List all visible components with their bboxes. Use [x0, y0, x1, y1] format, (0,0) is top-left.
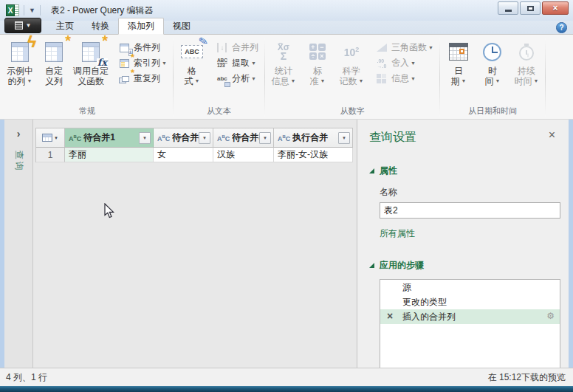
text-type-icon: ABC	[217, 134, 230, 142]
file-menu-button[interactable]: ▼	[4, 18, 41, 33]
file-menu-icon	[15, 21, 23, 30]
close-button[interactable]: ×	[542, 1, 569, 15]
tab-view[interactable]: 视图	[164, 18, 199, 34]
column-header-2[interactable]: ABC 待合并2 ▼	[154, 128, 213, 148]
text-type-icon: ABC	[157, 134, 170, 142]
delete-step-icon[interactable]: ×	[387, 310, 393, 322]
group-label-from-number: 从数字	[267, 106, 438, 119]
column-from-examples-button[interactable]: ϟ 示例中 的列▼	[3, 36, 37, 86]
dropdown-arrow-icon: ▼	[251, 76, 256, 81]
custom-column-icon: *	[41, 38, 67, 66]
time-button[interactable]: 时 间▼	[476, 36, 509, 86]
queries-pane-label[interactable]: 查询	[13, 151, 25, 173]
standard-icon: +−÷×	[304, 38, 331, 66]
text-type-icon: ABC	[69, 134, 81, 142]
invoke-custom-function-icon: *fx	[78, 38, 104, 66]
tab-add-column[interactable]: 添加列	[118, 18, 164, 35]
column-header-1[interactable]: ABC 待合并1 ▼	[65, 128, 154, 148]
trigonometry-button: 三角函数 ▼	[372, 40, 436, 55]
dropdown-arrow-icon: ▼	[27, 76, 32, 86]
maximize-button[interactable]	[520, 1, 541, 15]
applied-steps-list: 源 更改的类型 × 插入的合并列 ⚙	[380, 279, 560, 369]
step-settings-gear-icon[interactable]: ⚙	[546, 311, 555, 321]
grid-cell[interactable]: 女	[154, 148, 213, 162]
dropdown-arrow-icon: ▼	[461, 76, 466, 86]
dropdown-arrow-icon: ▼	[162, 61, 167, 66]
table-icon	[42, 134, 52, 142]
grid-data-row: 1 李丽 女 汉族 李丽-女-汉族	[36, 148, 353, 162]
row-number[interactable]: 1	[36, 148, 65, 162]
standard-button: +−÷× 标 准▼	[301, 36, 334, 86]
group-separator	[264, 38, 265, 117]
table-menu-button[interactable]: ▼	[36, 128, 65, 148]
extract-button[interactable]: ABC123 提取 ▼	[213, 55, 261, 71]
window-bottom-border	[0, 386, 573, 392]
parse-icon: abc	[216, 73, 229, 85]
invoke-custom-function-button[interactable]: *fx 调用自定 义函数	[71, 36, 111, 86]
index-column-button[interactable]: * 索引列 ▼	[114, 55, 170, 71]
collapse-triangle-icon	[369, 168, 374, 173]
minimize-button[interactable]	[498, 1, 518, 15]
dropdown-arrow-icon: ▼	[320, 76, 325, 86]
filter-button[interactable]: ▼	[338, 132, 350, 144]
mouse-cursor	[104, 203, 114, 219]
properties-section-header[interactable]: 属性	[369, 165, 555, 177]
ribbon-group-from-number: X̄σΣ 统计 信息▼ +−÷× 标 准▼ 102 科学 记数▼	[267, 36, 438, 119]
queries-pane-collapsed: › 查询	[4, 120, 33, 368]
grid-cell[interactable]: 李丽	[65, 148, 154, 162]
filter-button[interactable]: ▼	[139, 132, 151, 144]
applied-steps-section-header[interactable]: 应用的步骤	[369, 259, 555, 272]
merge-columns-button: ↓ 合并列	[213, 40, 261, 55]
divider	[24, 5, 24, 16]
statistics-icon: X̄σΣ	[270, 38, 297, 66]
trigonometry-icon	[375, 42, 388, 54]
ribbon-group-from-date-time: 日 期▼ 时 间▼ 持续 时间▼ 从日期和时间	[442, 36, 543, 119]
scientific-notation-button: 102 科学 记数▼	[334, 36, 368, 86]
conditional-column-button[interactable]: ± 条件列	[114, 40, 170, 55]
status-preview-time: 在 15:12下载的预览	[488, 371, 566, 384]
dropdown-arrow-icon: ▼	[194, 76, 199, 86]
column-header-3[interactable]: ABC 待合并3 ▼	[213, 128, 274, 148]
date-button[interactable]: 日 期▼	[442, 36, 476, 86]
dropdown-arrow-icon: ▼	[251, 61, 256, 66]
query-settings-panel: 查询设置 × 属性 名称 所有属性 应用的步骤 源 更改的类型 ×	[357, 120, 569, 368]
grid-cell[interactable]: 汉族	[213, 148, 274, 162]
grid-cell[interactable]: 李丽-女-汉族	[274, 148, 353, 162]
preview-grid: ▼ ABC 待合并1 ▼ ABC 待合并2 ▼ ABC 待合并3	[35, 128, 353, 162]
ribbon: ϟ 示例中 的列▼ * 自定 义列 *fx 调用自定 义函数 ±	[0, 35, 573, 120]
step-changed-type[interactable]: 更改的类型	[380, 295, 560, 309]
filter-button[interactable]: ▼	[199, 132, 210, 144]
step-inserted-merged-column[interactable]: × 插入的合并列 ⚙	[380, 309, 560, 324]
tab-transform[interactable]: 转换	[83, 18, 118, 34]
text-type-icon: ABC	[278, 134, 290, 142]
expand-queries-pane-button[interactable]: ›	[17, 128, 21, 139]
query-name-input[interactable]	[380, 202, 560, 219]
extract-icon: ABC123	[216, 58, 229, 69]
duplicate-column-button[interactable]: * 重复列	[114, 71, 170, 86]
panel-close-icon[interactable]: ×	[549, 130, 555, 140]
dropdown-arrow-icon: ▼	[290, 76, 295, 86]
column-header-4[interactable]: ABC 执行合并 ▼	[274, 128, 353, 148]
time-icon	[479, 38, 506, 66]
step-source[interactable]: 源	[380, 280, 560, 295]
format-button[interactable]: ABC✎ 格 式▼	[175, 36, 209, 86]
dropdown-arrow-icon: ▼	[54, 136, 58, 140]
all-properties-link[interactable]: 所有属性	[380, 227, 555, 240]
quick-access-dropdown-icon[interactable]: ▼	[29, 7, 35, 14]
dropdown-arrow-icon: ▼	[411, 76, 416, 81]
custom-column-button[interactable]: * 自定 义列	[37, 36, 71, 86]
ribbon-tab-bar: ▼ 主页 转换 添加列 视图 ?	[0, 21, 573, 35]
group-separator	[173, 38, 174, 117]
information-icon	[375, 73, 388, 85]
filter-button[interactable]: ▼	[259, 132, 271, 144]
window-title: 表2 - Power Query 编辑器	[51, 4, 154, 17]
tab-home[interactable]: 主页	[47, 18, 83, 34]
conditional-column-icon: ±	[117, 42, 131, 54]
rounding-icon: .00→.0	[375, 58, 388, 69]
group-separator	[439, 38, 440, 117]
help-icon[interactable]: ?	[556, 22, 567, 33]
grid-header-row: ▼ ABC 待合并1 ▼ ABC 待合并2 ▼ ABC 待合并3	[36, 128, 353, 148]
merge-columns-icon: ↓	[216, 42, 229, 54]
ribbon-group-general: ϟ 示例中 的列▼ * 自定 义列 *fx 调用自定 义函数 ±	[3, 36, 171, 119]
parse-button[interactable]: abc 分析 ▼	[213, 71, 261, 86]
